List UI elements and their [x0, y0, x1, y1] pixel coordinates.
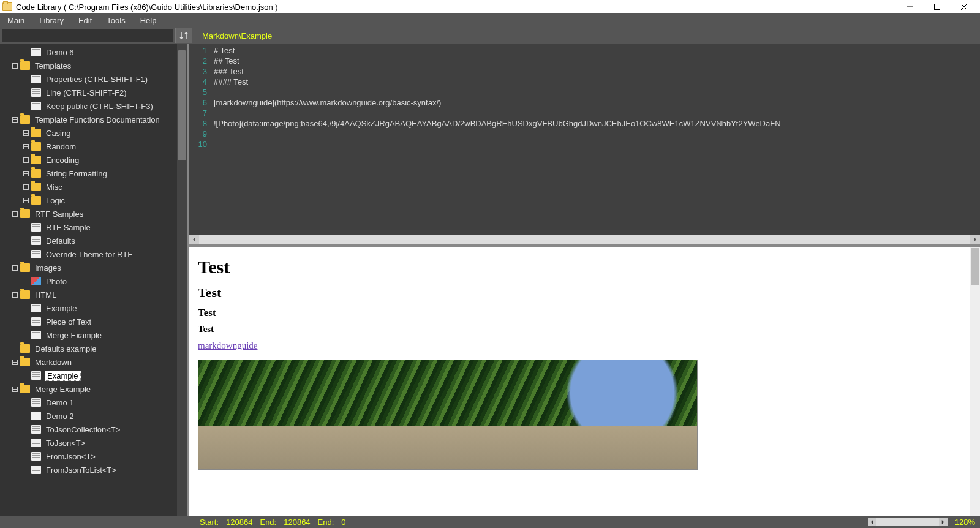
- code-line: [214, 129, 980, 139]
- tree-file[interactable]: Photo: [0, 274, 187, 288]
- status-zoom[interactable]: 128%: [950, 518, 980, 527]
- editor-horizontal-scrollbar[interactable]: [189, 235, 980, 244]
- code-line: [214, 87, 980, 97]
- menu-item-main[interactable]: Main: [0, 13, 32, 27]
- scrollbar-thumb[interactable]: [178, 50, 186, 160]
- menu-item-edit[interactable]: Edit: [71, 13, 99, 27]
- tree-file[interactable]: FromJsonToList<T>: [0, 463, 187, 477]
- tree-file[interactable]: Line (CTRL-SHIFT-F2): [0, 86, 187, 99]
- tree-item-label: Defaults example: [34, 344, 97, 353]
- tree-folder[interactable]: Defaults example: [0, 342, 187, 355]
- tree-folder[interactable]: RTF Samples: [0, 207, 187, 221]
- folder-icon: [31, 183, 41, 191]
- tree-item-label: RTF Sample: [45, 223, 92, 232]
- code-editor[interactable]: 12345678910 # Test## Test### Test#### Te…: [189, 44, 980, 235]
- tree-file[interactable]: Properties (CTRL-SHIFT-F1): [0, 72, 187, 86]
- maximize-button[interactable]: [924, 0, 951, 13]
- sort-button[interactable]: [175, 28, 192, 43]
- scroll-right-icon[interactable]: [970, 235, 980, 244]
- tree-folder[interactable]: Template Functions Documentation: [0, 113, 187, 126]
- code-area[interactable]: # Test## Test### Test#### Test [markdown…: [211, 44, 980, 235]
- tree-file[interactable]: RTF Sample: [0, 221, 187, 234]
- collapse-icon[interactable]: [11, 62, 18, 69]
- close-button[interactable]: [951, 0, 978, 13]
- app-folder-icon: [2, 2, 12, 11]
- tree-item-label: Demo 2: [45, 412, 75, 421]
- line-number: 4: [189, 77, 207, 87]
- expand-icon[interactable]: [22, 197, 29, 204]
- tree-file[interactable]: Defaults: [0, 234, 187, 247]
- folder-icon: [20, 344, 30, 353]
- tree-file[interactable]: Demo 6: [0, 45, 187, 59]
- tree[interactable]: Demo 6TemplatesProperties (CTRL-SHIFT-F1…: [0, 44, 187, 516]
- tree-file[interactable]: Demo 1: [0, 396, 187, 409]
- tree-folder[interactable]: Misc: [0, 180, 187, 194]
- sidebar-scrollbar[interactable]: [177, 44, 187, 516]
- file-icon: [31, 48, 41, 56]
- code-line: ## Test: [214, 56, 980, 66]
- tree-folder[interactable]: Encoding: [0, 153, 187, 167]
- collapse-icon[interactable]: [11, 116, 18, 123]
- code-line: #### Test: [214, 77, 980, 87]
- tree-file[interactable]: Piece of Text: [0, 315, 187, 328]
- line-number: 7: [189, 108, 207, 118]
- preview-link[interactable]: markdownguide: [198, 341, 257, 350]
- tree-folder[interactable]: String Formatting: [0, 167, 187, 180]
- tree-folder[interactable]: HTML: [0, 288, 187, 301]
- file-icon: [31, 398, 41, 407]
- collapse-icon[interactable]: [11, 210, 18, 217]
- line-number: 10: [189, 139, 207, 149]
- tree-file[interactable]: FromJson<T>: [0, 450, 187, 463]
- tree-folder[interactable]: Logic: [0, 194, 187, 207]
- menu-item-tools[interactable]: Tools: [99, 13, 132, 27]
- scroll-right-icon[interactable]: [939, 518, 948, 526]
- folder-icon: [31, 169, 41, 178]
- scroll-left-icon[interactable]: [868, 518, 876, 526]
- tree-file[interactable]: ToJson<T>: [0, 436, 187, 450]
- file-icon: [31, 331, 41, 339]
- minimize-button[interactable]: [897, 0, 924, 13]
- tree-folder[interactable]: Random: [0, 140, 187, 153]
- tree-file[interactable]: Merge Example: [0, 328, 187, 342]
- collapse-icon[interactable]: [11, 358, 18, 366]
- tree-item-label: Templates: [34, 61, 72, 70]
- tree-file[interactable]: Example: [0, 301, 187, 315]
- expand-icon[interactable]: [22, 170, 29, 177]
- tree-folder[interactable]: Templates: [0, 59, 187, 72]
- tree-file[interactable]: Keep public (CTRL-SHIFT-F3): [0, 99, 187, 113]
- expand-icon[interactable]: [22, 143, 29, 150]
- collapse-icon[interactable]: [11, 291, 18, 298]
- scroll-left-icon[interactable]: [189, 235, 199, 244]
- workspace: Demo 6TemplatesProperties (CTRL-SHIFT-F1…: [0, 44, 980, 516]
- menu-item-library[interactable]: Library: [32, 13, 71, 27]
- status-mini-scrollbar[interactable]: [868, 518, 948, 526]
- tree-file[interactable]: Example: [0, 369, 187, 382]
- tree-folder[interactable]: Markdown: [0, 355, 187, 369]
- tree-item-label: Logic: [45, 196, 66, 205]
- file-icon: [31, 371, 41, 380]
- tree-file[interactable]: Override Theme for RTF: [0, 247, 187, 261]
- folder-icon: [31, 156, 41, 164]
- expand-icon[interactable]: [22, 183, 29, 190]
- tree-file[interactable]: ToJsonCollection<T>: [0, 423, 187, 436]
- preview-scrollbar[interactable]: [970, 247, 980, 516]
- expand-icon[interactable]: [22, 156, 29, 164]
- scrollbar-thumb[interactable]: [971, 248, 979, 285]
- expand-icon[interactable]: [22, 129, 29, 137]
- tree-folder[interactable]: Casing: [0, 126, 187, 140]
- titlebar: Code Library ( C:\Program Files (x86)\Gu…: [0, 0, 980, 13]
- preview-h4: Test: [198, 324, 962, 334]
- collapse-icon[interactable]: [11, 264, 18, 271]
- search-input[interactable]: [2, 29, 173, 42]
- tree-item-label: Keep public (CTRL-SHIFT-F3): [45, 102, 154, 111]
- folder-icon: [20, 385, 30, 393]
- tree-folder[interactable]: Images: [0, 261, 187, 274]
- folder-icon: [31, 142, 41, 151]
- tree-file[interactable]: Demo 2: [0, 409, 187, 423]
- code-line: [markdownguide](https://www.markdownguid…: [214, 97, 980, 108]
- tree-folder[interactable]: Merge Example: [0, 382, 187, 396]
- collapse-icon[interactable]: [11, 385, 18, 393]
- file-icon: [31, 304, 41, 312]
- menu-item-help[interactable]: Help: [133, 13, 164, 27]
- folder-icon: [20, 358, 30, 366]
